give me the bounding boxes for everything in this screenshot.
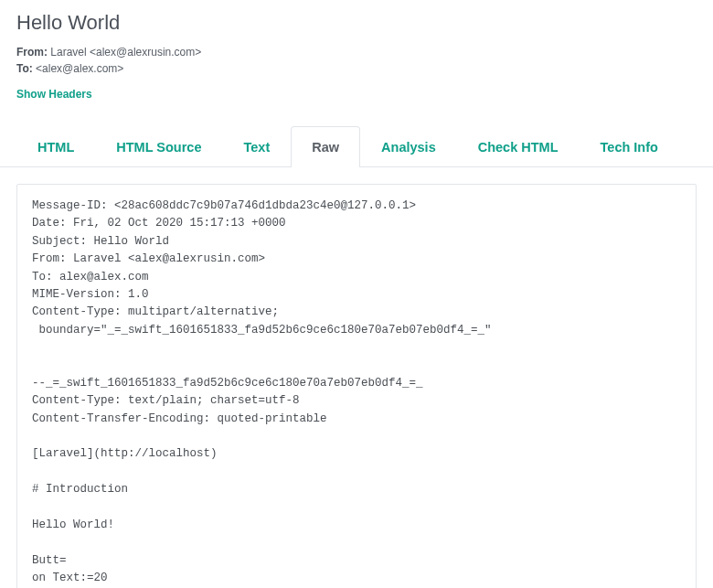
meta-to-line: To: <alex@alex.com> <box>16 62 697 75</box>
raw-message-content: Message-ID: <28ac608ddc7c9b07a746d1dbda2… <box>16 184 697 588</box>
message-subject: Hello World <box>16 11 697 35</box>
message-header: Hello World From: Laravel <alex@alexrusi… <box>0 0 713 109</box>
meta-to-label: To: <box>16 62 33 75</box>
meta-from-value: Laravel <alex@alexrusin.com> <box>48 46 201 59</box>
show-headers-link[interactable]: Show Headers <box>16 88 92 101</box>
tab-html[interactable]: HTML <box>16 126 95 167</box>
tabs-list: HTML HTML Source Text Raw Analysis Check… <box>16 125 697 166</box>
tab-tech-info[interactable]: Tech Info <box>580 126 679 167</box>
meta-from-label: From: <box>16 46 48 59</box>
meta-to-value: <alex@alex.com> <box>33 62 124 75</box>
content-area: Message-ID: <28ac608ddc7c9b07a746d1dbda2… <box>0 167 713 588</box>
meta-from-line: From: Laravel <alex@alexrusin.com> <box>16 46 697 59</box>
tab-check-html[interactable]: Check HTML <box>457 126 580 167</box>
tab-analysis[interactable]: Analysis <box>360 126 457 167</box>
tab-html-source[interactable]: HTML Source <box>95 126 222 167</box>
tab-text[interactable]: Text <box>222 126 291 167</box>
tabs-container: HTML HTML Source Text Raw Analysis Check… <box>0 125 713 167</box>
tab-raw[interactable]: Raw <box>291 126 360 167</box>
